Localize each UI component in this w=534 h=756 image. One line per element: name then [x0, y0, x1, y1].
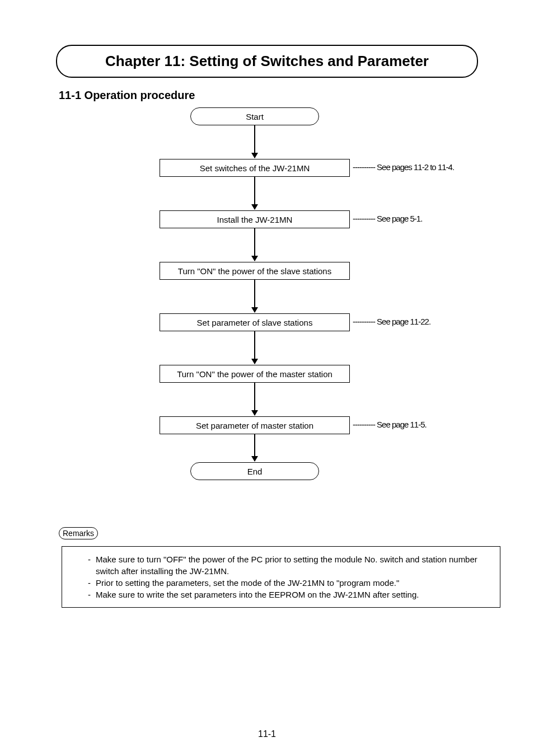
chapter-title-box: Chapter 11: Setting of Switches and Para…: [56, 45, 478, 78]
arrow: [254, 383, 255, 415]
flow-step-1: Set switches of the JW-21MN: [160, 159, 350, 177]
arrow: [254, 434, 255, 461]
arrow: [254, 177, 255, 209]
remarks-label: Remarks: [59, 527, 98, 539]
flow-step-3: Turn "ON" the power of the slave station…: [160, 262, 350, 280]
page-number: 11-1: [0, 729, 534, 739]
arrow: [254, 125, 255, 158]
flow-annotation-1: ---------- See pages 11-2 to 11-4.: [353, 162, 454, 172]
remarks-box: Make sure to turn "OFF" the power of the…: [62, 546, 500, 608]
flow-step-6: Set parameter of master station: [160, 416, 350, 434]
flow-start: Start: [190, 107, 319, 125]
chapter-title: Chapter 11: Setting of Switches and Para…: [74, 53, 460, 70]
remark-item: Make sure to write the set parameters in…: [96, 589, 489, 600]
flowchart: Start Set switches of the JW-21MN ------…: [34, 107, 500, 510]
flow-step-2: Install the JW-21MN: [160, 210, 350, 228]
remark-item: Prior to setting the parameters, set the…: [96, 577, 489, 589]
flow-annotation-4: ---------- See page 11-22.: [353, 317, 430, 326]
arrow: [254, 280, 255, 312]
flow-annotation-6: ---------- See page 11-5.: [353, 420, 427, 429]
flow-end: End: [190, 462, 319, 480]
flow-step-5: Turn "ON" the power of the master statio…: [160, 365, 350, 383]
arrow: [254, 228, 255, 261]
flow-step-4: Set parameter of slave stations: [160, 313, 350, 331]
arrow: [254, 331, 255, 364]
remark-item: Make sure to turn "OFF" the power of the…: [96, 553, 489, 577]
section-title: 11-1 Operation procedure: [59, 89, 500, 102]
flow-annotation-2: ---------- See page 5-1.: [353, 214, 422, 223]
